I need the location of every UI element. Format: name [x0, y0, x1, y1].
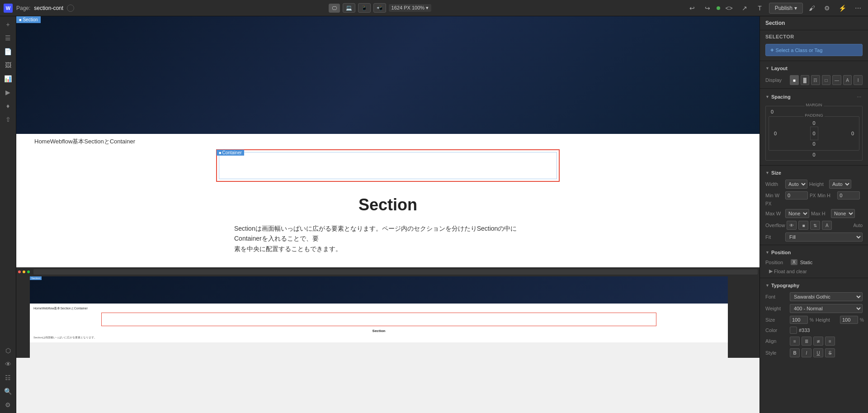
viewport-desktop-btn[interactable]: 🖵: [329, 4, 340, 13]
min-w-input[interactable]: [785, 191, 808, 199]
float-clear-header[interactable]: ▶ Float and clear: [760, 266, 868, 276]
sidebar-interactions-icon[interactable]: ▶: [2, 86, 14, 99]
display-block-btn[interactable]: ■: [790, 75, 799, 85]
fit-select[interactable]: Fill: [785, 233, 863, 242]
height-select[interactable]: Auto: [829, 180, 851, 189]
typography-btn[interactable]: T: [754, 2, 766, 14]
settings-btn[interactable]: ⚙: [821, 2, 834, 14]
viewport-mobile-landscape-btn[interactable]: 📱: [358, 3, 371, 13]
display-none-btn[interactable]: A: [843, 75, 852, 85]
interactions-btn[interactable]: ⚡: [836, 2, 849, 14]
white-section: HomeWebflow基本SectionとContainer ■ Contain…: [16, 134, 760, 358]
spacing-container: MARGIN 0 PADDING 0 0 0 0: [760, 103, 868, 163]
layout-section-header[interactable]: ▼ Layout: [760, 63, 868, 74]
redo-btn[interactable]: ↪: [701, 2, 714, 14]
more-btn[interactable]: ⋯: [852, 2, 864, 14]
panel-element-type: Section: [760, 16, 868, 30]
spacing-section-header[interactable]: ▼ Spacing ⋯: [760, 90, 868, 103]
display-grid-btn[interactable]: ☶: [811, 75, 820, 85]
selector-button[interactable]: + Select a Class or Tag: [765, 44, 863, 56]
display-flex-btn[interactable]: ▐▌: [801, 75, 810, 85]
typo-height-input[interactable]: [840, 316, 858, 324]
display-extra-btn[interactable]: I: [854, 75, 863, 85]
overflow-auto-btn[interactable]: A: [822, 221, 832, 230]
fit-label: Fit: [765, 234, 783, 240]
sidebar-cms-icon[interactable]: 📊: [2, 72, 14, 85]
sidebar-pages-icon[interactable]: 📄: [2, 45, 14, 58]
color-row: Color #333: [760, 325, 868, 335]
style-btn[interactable]: 🖌: [806, 2, 818, 14]
width-select[interactable]: Auto: [785, 180, 807, 189]
style-bold-btn[interactable]: B: [790, 348, 800, 357]
sidebar-settings-icon[interactable]: ⚙: [2, 399, 14, 411]
color-swatch[interactable]: [790, 327, 797, 334]
height-label-typo: Height: [816, 317, 838, 323]
sidebar-eye-icon[interactable]: 👁: [2, 358, 14, 370]
margin-right-val[interactable]: 0: [849, 131, 856, 136]
viewport-tablet-btn[interactable]: 💻: [343, 3, 355, 13]
position-row: Position X Static: [760, 258, 868, 266]
display-inline-btn[interactable]: ―: [832, 75, 841, 85]
max-h-select[interactable]: None: [831, 209, 855, 218]
canvas-area[interactable]: ■ Section HomeWebflow基本SectionとContainer…: [16, 16, 760, 413]
viewport-mobile-btn[interactable]: 📲: [373, 3, 386, 13]
sidebar-search-icon[interactable]: 🔍: [2, 385, 14, 398]
export-btn[interactable]: ↗: [738, 2, 751, 14]
align-center-btn[interactable]: ≣: [802, 337, 811, 346]
margin-top-val[interactable]: 0: [769, 109, 776, 114]
sidebar-grid-icon[interactable]: ☷: [2, 371, 14, 384]
align-left-btn[interactable]: ≡: [790, 337, 800, 346]
position-value: Static: [800, 260, 813, 265]
fit-row: Fit Fill: [760, 231, 868, 243]
sidebar-export-icon[interactable]: ⇧: [2, 113, 14, 126]
page-tab-close[interactable]: [67, 5, 74, 12]
overflow-row: Overflow 👁 ■ ⇅ A Auto: [760, 219, 868, 231]
code-btn[interactable]: <>: [723, 2, 736, 14]
display-row: Display ■ ▐▌ ☶ □ ― A I: [760, 74, 868, 86]
align-right-btn[interactable]: ≢: [813, 337, 823, 346]
sidebar-symbols-icon[interactable]: ♦: [2, 100, 14, 112]
position-section-header[interactable]: ▼ Position: [760, 247, 868, 258]
container-inner: [219, 152, 557, 179]
style-italic-btn[interactable]: I: [802, 348, 811, 357]
color-label: Color: [765, 328, 788, 333]
style-underline-btn[interactable]: U: [813, 348, 823, 357]
typo-size-label: Size: [765, 317, 788, 323]
sidebar-navigator-icon[interactable]: ☰: [2, 32, 14, 44]
weight-select[interactable]: 400 - Normal: [790, 304, 863, 313]
overflow-hidden-btn[interactable]: ■: [798, 221, 808, 230]
margin-left-val[interactable]: 0: [772, 131, 779, 136]
min-h-input[interactable]: [837, 191, 860, 199]
color-value: #333: [799, 328, 810, 333]
width-label: Width: [765, 181, 783, 187]
display-inline-block-btn[interactable]: □: [822, 75, 831, 85]
max-h-label: Max H: [811, 211, 829, 216]
webflow-logo: W: [4, 4, 13, 13]
overflow-scroll-btn[interactable]: ⇅: [810, 221, 820, 230]
height-label-size: Height: [809, 181, 827, 187]
margin-box: MARGIN 0 PADDING 0 0 0 0: [765, 106, 863, 161]
padding-top-val[interactable]: 0: [811, 120, 818, 126]
style-strike-btn[interactable]: S: [825, 348, 835, 357]
overflow-auto-label: Auto: [853, 223, 863, 228]
max-w-select[interactable]: None: [785, 209, 809, 218]
typo-size-input[interactable]: [790, 316, 808, 324]
undo-btn[interactable]: ↩: [686, 2, 698, 14]
font-select[interactable]: Sawarabi Gothic: [790, 292, 863, 301]
sidebar-cursor-icon[interactable]: ⬡: [2, 344, 14, 357]
typography-section-header[interactable]: ▼ Typography: [760, 280, 868, 291]
align-justify-btn[interactable]: ≡: [825, 337, 835, 346]
spacing-more-icon[interactable]: ⋯: [855, 93, 863, 100]
sidebar-assets-icon[interactable]: 🖼: [2, 59, 14, 71]
style-row: Style B I U S: [760, 347, 868, 359]
dark-hero-section: ■ Section: [16, 16, 760, 134]
position-x-badge: X: [791, 259, 797, 265]
overflow-visible-btn[interactable]: 👁: [787, 221, 797, 230]
margin-bottom-val[interactable]: 0: [811, 152, 818, 157]
align-row: Align ≡ ≣ ≢ ≡: [760, 335, 868, 347]
size-section-header[interactable]: ▼ Size: [760, 167, 868, 178]
display-label: Display: [765, 77, 788, 83]
publish-button[interactable]: Publish ▾: [769, 3, 803, 14]
padding-bottom-val[interactable]: 0: [811, 141, 818, 147]
sidebar-add-icon[interactable]: +: [2, 18, 14, 31]
